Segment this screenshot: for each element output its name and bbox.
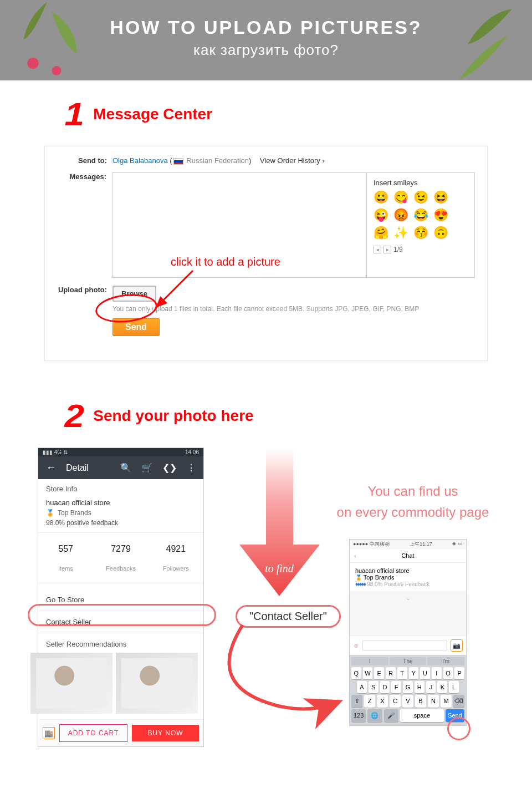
key-p[interactable]: P <box>454 667 464 679</box>
kbd-row2: ASDFGHJKL <box>351 681 464 693</box>
stat-followers-value: 4921 <box>149 538 203 560</box>
share-icon[interactable]: ❮❯ <box>162 462 177 473</box>
key-y[interactable]: Y <box>409 667 419 679</box>
keyboard: I The I'm QWERTYUIOP ASDFGHJKL ⇧ZXCVBNM⌫… <box>350 655 466 725</box>
key-i[interactable]: I <box>432 667 442 679</box>
pager-prev-icon[interactable]: ◂ <box>374 246 381 253</box>
smiley-icon[interactable]: 😜 <box>374 209 388 221</box>
smiley-icon[interactable]: 😍 <box>433 209 448 221</box>
smiley-icon[interactable]: 😂 <box>413 209 428 221</box>
camera-icon[interactable]: 📷 <box>451 639 463 652</box>
globe-icon[interactable]: 🌐 <box>367 709 382 722</box>
smiley-icon[interactable]: 😉 <box>413 191 428 204</box>
recommendation-thumbs <box>30 653 211 714</box>
product-thumb[interactable] <box>30 653 112 714</box>
phone1-topbar: ← Detail 🔍 🛒 ❮❯ ⋮ <box>38 456 203 479</box>
key-j[interactable]: J <box>426 681 436 693</box>
phone-illustration-area: ▮▮▮ 4G ⇅ 14:06 ← Detail 🔍 🛒 ❮❯ ⋮ Store I… <box>0 448 532 788</box>
chat-store-info: huacan official store 🏅 Top Brands ♦♦♦♦♦… <box>350 563 466 592</box>
suggestion[interactable]: I <box>351 657 388 665</box>
store-stats: 557items 7279Feedbacks 4921Followers <box>38 532 203 583</box>
back-icon[interactable]: ‹ <box>354 552 356 559</box>
key-l[interactable]: L <box>449 681 459 693</box>
clock: 14:06 <box>185 449 199 455</box>
back-icon[interactable]: ← <box>46 462 56 474</box>
smiley-title: Insert smileys <box>374 179 468 187</box>
chat-input-bar: ☺ 📷 <box>350 636 466 655</box>
key-v[interactable]: V <box>402 695 413 708</box>
mic-icon[interactable]: 🎤 <box>384 709 398 722</box>
key-z[interactable]: Z <box>364 695 375 708</box>
pager-next-icon[interactable]: ▸ <box>383 246 391 253</box>
key-u[interactable]: U <box>420 667 430 679</box>
find-us-line1: You can find us <box>327 481 499 502</box>
add-to-cart-button[interactable]: ADD TO CART <box>59 724 127 742</box>
key-o[interactable]: O <box>443 667 453 679</box>
smiley-icon[interactable]: 😆 <box>433 191 448 204</box>
search-icon[interactable]: 🔍 <box>120 462 131 473</box>
flag-icon <box>173 158 183 165</box>
diamond-icon: ♦♦♦♦♦ <box>355 581 365 587</box>
chat-scroll-area[interactable] <box>350 592 466 636</box>
smiley-icon[interactable]: 😡 <box>393 209 408 221</box>
key-n[interactable]: N <box>428 695 439 708</box>
smiley-icon[interactable]: 🙃 <box>433 227 448 239</box>
smiley-icon[interactable]: ✨ <box>393 227 408 239</box>
key-123[interactable]: 123 <box>351 709 366 722</box>
smiley-icon[interactable]: 😀 <box>374 191 388 204</box>
cart-icon[interactable]: 🛒 <box>141 462 152 473</box>
emoji-icon[interactable]: ☺ <box>353 642 359 649</box>
annotation-arrow-icon <box>149 268 198 318</box>
store-name: huacan official store <box>46 499 196 507</box>
key-k[interactable]: K <box>437 681 447 693</box>
stat-feedbacks-value: 7279 <box>93 538 148 560</box>
key-g[interactable]: G <box>403 681 413 693</box>
phone1-cta-bar: 🏬 ADD TO CART BUY NOW <box>38 719 203 746</box>
positive-feedback: 98.0% positive feedback <box>46 519 196 527</box>
key-m[interactable]: M <box>441 695 452 708</box>
smiley-icon[interactable]: 🤗 <box>374 227 388 239</box>
key-f[interactable]: F <box>391 681 401 693</box>
message-center-panel: Send to: Olga Balabanova ( Russian Feder… <box>44 146 488 361</box>
smiley-icon[interactable]: 😋 <box>393 191 408 204</box>
key-d[interactable]: D <box>380 681 390 693</box>
key-q[interactable]: Q <box>351 667 361 679</box>
carrier-text: ●●●●● 中国移动 <box>353 541 390 548</box>
recipient-link[interactable]: Olga Balabanova <box>112 156 168 165</box>
key-w[interactable]: W <box>363 667 373 679</box>
phone-mockup-detail: ▮▮▮ 4G ⇅ 14:06 ← Detail 🔍 🛒 ❮❯ ⋮ Store I… <box>38 448 204 747</box>
chat-input[interactable] <box>362 640 447 651</box>
sendto-value: Olga Balabanova ( Russian Federation) Vi… <box>112 156 475 165</box>
key-h[interactable]: H <box>415 681 424 693</box>
kbd-row1: QWERTYUIOP <box>351 667 464 679</box>
key-b[interactable]: B <box>415 695 426 708</box>
key-x[interactable]: X <box>377 695 388 708</box>
key-a[interactable]: A <box>357 681 367 693</box>
svg-text:Page down: Page down <box>298 475 310 528</box>
suggestion[interactable]: The <box>390 657 427 665</box>
key-s[interactable]: S <box>369 681 378 693</box>
product-thumb[interactable] <box>116 653 198 714</box>
more-icon[interactable]: ⋮ <box>187 462 196 473</box>
backspace-icon[interactable]: ⌫ <box>453 695 464 708</box>
smiley-icon[interactable]: 😚 <box>413 227 428 239</box>
step-number-1: 1 <box>64 98 84 130</box>
step-number-2: 2 <box>64 400 84 432</box>
header-banner: HOW TO UPLOAD PICTURES? как загрузить фо… <box>0 0 532 80</box>
phone2-status-bar: ●●●●● 中国移动 上午11:17 ◈ ▭ <box>350 540 466 549</box>
suggestion[interactable]: I'm <box>427 657 464 665</box>
key-r[interactable]: R <box>386 667 396 679</box>
kbd-row4: 123 🌐 🎤 space Send <box>351 709 464 722</box>
screen-title: Detail <box>66 463 89 473</box>
medal-icon: 🏅 <box>355 575 362 581</box>
key-e[interactable]: E <box>374 667 384 679</box>
view-order-history-link[interactable]: View Order History <box>260 156 325 165</box>
medal-icon: 🏅 <box>46 509 54 517</box>
key-space[interactable]: space <box>400 709 444 722</box>
store-icon[interactable]: 🏬 <box>43 727 55 739</box>
shift-icon[interactable]: ⇧ <box>351 695 362 708</box>
key-c[interactable]: C <box>390 695 401 708</box>
key-t[interactable]: T <box>397 667 407 679</box>
buy-now-button[interactable]: BUY NOW <box>132 725 199 741</box>
battery-icon: ◈ ▭ <box>452 541 463 548</box>
